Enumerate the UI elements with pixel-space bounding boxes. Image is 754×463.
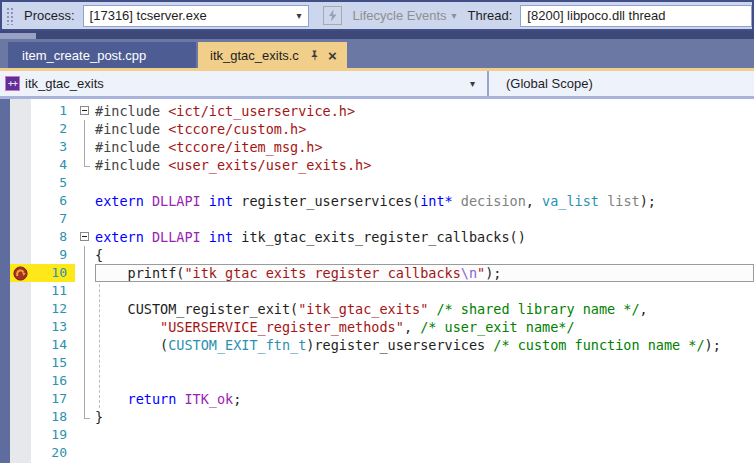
- code-line[interactable]: [95, 426, 754, 444]
- code-token-com: /* user_exit name*/: [420, 319, 574, 335]
- breakpoint-margin-row[interactable]: [10, 156, 31, 174]
- collapse-minus-icon[interactable]: [80, 232, 89, 241]
- code-token-str: <tccore/custom.h>: [168, 121, 306, 137]
- code-token-pln: ,: [640, 301, 648, 317]
- breakpoint-margin-row[interactable]: [10, 138, 31, 156]
- code-line[interactable]: "USERSERVICE_register_methods", /* user_…: [95, 318, 754, 336]
- breakpoint-margin-row[interactable]: [10, 336, 31, 354]
- line-number: 5: [31, 174, 75, 192]
- chevron-down-icon[interactable]: ▾: [291, 10, 308, 21]
- code-line[interactable]: extern DLLAPI int register_userservices(…: [95, 192, 754, 210]
- fold-guide: [75, 120, 95, 138]
- vs-debugger-window: Process: [17316] tcserver.exe ▾ Lifecycl…: [0, 0, 754, 463]
- breakpoint-margin[interactable]: [10, 99, 31, 463]
- fold-guide: [75, 444, 95, 462]
- code-token-pln: );: [640, 193, 656, 209]
- breakpoint-margin-row[interactable]: [10, 408, 31, 426]
- breakpoint-margin-row-active[interactable]: [10, 264, 31, 282]
- code-line[interactable]: [95, 210, 754, 228]
- breakpoint-margin-row[interactable]: [10, 318, 31, 336]
- code-token-esc: \n: [461, 265, 477, 281]
- process-combobox[interactable]: [17316] tcserver.exe ▾: [83, 5, 309, 27]
- symbol-dropdown[interactable]: ++ itk_gtac_exits ▾: [0, 71, 487, 96]
- lifecycle-events-label: Lifecycle Events: [353, 8, 447, 23]
- scope-dropdown-value: (Global Scope): [506, 76, 593, 91]
- breakpoint-margin-row[interactable]: [10, 372, 31, 390]
- code-line[interactable]: #include <user_exits/user_exits.h>: [95, 156, 754, 174]
- close-icon[interactable]: ×: [328, 48, 337, 63]
- code-token-pre: #include: [95, 139, 168, 155]
- process-label: Process:: [24, 8, 75, 23]
- code-line[interactable]: [95, 282, 754, 300]
- breakpoint-margin-row[interactable]: [10, 390, 31, 408]
- tab-itk-gtac-exits-c[interactable]: itk_gtac_exits.c ×: [198, 42, 347, 68]
- breakpoint-margin-row[interactable]: [10, 228, 31, 246]
- line-number: 12: [31, 300, 75, 318]
- code-token-pln: );: [705, 337, 721, 353]
- breakpoint-margin-row[interactable]: [10, 210, 31, 228]
- pin-icon[interactable]: [309, 49, 320, 61]
- code-line[interactable]: CUSTOM_register_exit("itk_gtac_exits" /*…: [95, 300, 754, 318]
- line-number: 11: [31, 282, 75, 300]
- breakpoint-margin-row[interactable]: [10, 102, 31, 120]
- fold-guide: [75, 264, 95, 282]
- cpp-file-icon: ++: [5, 76, 20, 91]
- line-number: 15: [31, 354, 75, 372]
- breakpoint-margin-row[interactable]: [10, 354, 31, 372]
- code-token-pre: #include: [95, 157, 168, 173]
- code-folding-margin[interactable]: [75, 99, 95, 463]
- chevron-down-icon[interactable]: ▾: [470, 78, 475, 89]
- code-editor: 1234567891011121314151617181920 #include…: [0, 99, 754, 463]
- code-token-kw: return: [128, 391, 185, 407]
- code-line[interactable]: return ITK_ok;: [95, 390, 754, 408]
- code-line[interactable]: }: [95, 408, 754, 426]
- code-line[interactable]: #include <ict/ict_userservice.h>: [95, 102, 754, 120]
- code-token-kw: extern: [95, 229, 152, 245]
- scope-dropdown[interactable]: (Global Scope): [489, 71, 754, 96]
- toolbar-tab-divider: [0, 31, 754, 39]
- breakpoint-margin-row[interactable]: [10, 192, 31, 210]
- breakpoint-current-statement-icon[interactable]: [13, 266, 28, 281]
- code-line[interactable]: {: [95, 246, 754, 264]
- breakpoint-margin-row[interactable]: [10, 282, 31, 300]
- breakpoint-margin-row[interactable]: [10, 300, 31, 318]
- breakpoint-margin-row[interactable]: [10, 444, 31, 462]
- lifecycle-events-button[interactable]: [323, 6, 342, 25]
- breakpoint-margin-row[interactable]: [10, 174, 31, 192]
- fold-guide: [75, 408, 95, 426]
- code-line[interactable]: (CUSTOM_EXIT_ftn_t)register_userservices…: [95, 336, 754, 354]
- breakpoint-margin-row[interactable]: [10, 246, 31, 264]
- code-token-macro: ITK_ok: [184, 391, 233, 407]
- fold-guide: [75, 282, 95, 300]
- fold-guide: [75, 318, 95, 336]
- breakpoint-margin-row[interactable]: [10, 120, 31, 138]
- code-token-pre: #include: [95, 103, 168, 119]
- line-number: 14: [31, 336, 75, 354]
- tab-item-create-post-cpp[interactable]: item_create_post.cpp: [8, 42, 196, 68]
- code-token-pln: {: [95, 247, 103, 263]
- code-line[interactable]: #include <tccore/custom.h>: [95, 120, 754, 138]
- code-line[interactable]: [95, 354, 754, 372]
- breakpoint-margin-row[interactable]: [10, 426, 31, 444]
- code-line[interactable]: extern DLLAPI int itk_gtac_exits_registe…: [95, 228, 754, 246]
- collapse-minus-icon[interactable]: [80, 106, 89, 115]
- fold-collapse-button[interactable]: [75, 228, 95, 246]
- toolbar-grip-handle[interactable]: [6, 7, 13, 25]
- code-token-str: "USERSERVICE_register_methods": [160, 319, 404, 335]
- code-token-pln: ;: [233, 391, 241, 407]
- code-line[interactable]: [95, 174, 754, 192]
- code-line[interactable]: [95, 444, 754, 462]
- fold-guide: [75, 246, 95, 264]
- symbol-dropdown-value: itk_gtac_exits: [25, 76, 104, 91]
- code-token-pln: );: [485, 265, 501, 281]
- code-token-pln: ,: [404, 319, 420, 335]
- chevron-down-icon[interactable]: ▾: [452, 10, 457, 21]
- fold-guide: [75, 372, 95, 390]
- code-area[interactable]: #include <ict/ict_userservice.h>#include…: [95, 99, 754, 463]
- code-line[interactable]: [95, 372, 754, 390]
- fold-guide: [75, 300, 95, 318]
- thread-combobox[interactable]: [8200] libpoco.dll thread: [520, 5, 752, 27]
- code-line[interactable]: #include <tccore/item_msg.h>: [95, 138, 754, 156]
- fold-collapse-button[interactable]: [75, 102, 95, 120]
- code-line-current-statement[interactable]: printf("itk_gtac_exits_register_callback…: [95, 264, 754, 282]
